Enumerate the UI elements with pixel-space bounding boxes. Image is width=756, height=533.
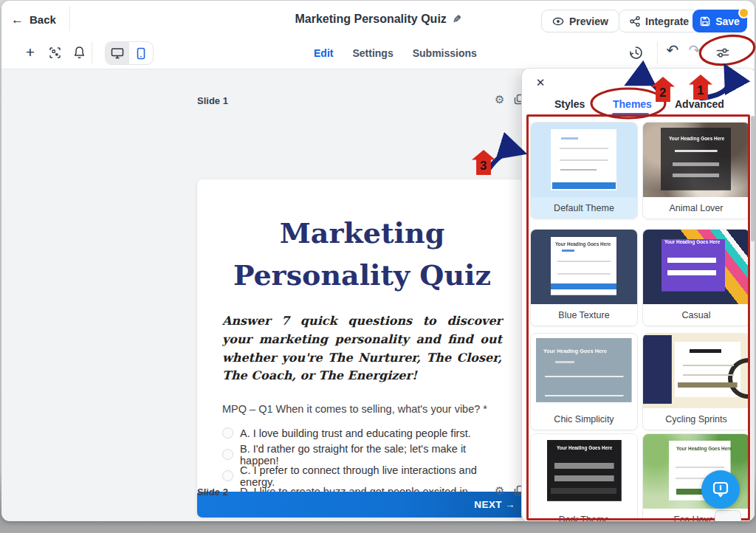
undo-icon[interactable]: ↶ [663,41,682,60]
thumb-heading: Your Heading Goes Here [664,239,720,244]
slide2-settings-gear-icon[interactable]: ⚙ [495,485,504,496]
quiz-title-line2: Personality Quiz [197,254,527,296]
theme-card-chic-simplicity[interactable]: Your Heading Goes Here Chic Simplicity [530,333,638,430]
revision-history-icon[interactable] [626,43,645,62]
thumb-heading: Your Heading Goes Here [669,136,724,140]
theme-thumb-blue-texture: Your Heading Goes Here [531,230,637,304]
theme-thumb-animal-lover: Your Heading Goes Here [643,123,749,197]
slide2-label: Slide 2 [197,486,228,498]
edit-title-pencil-icon[interactable]: ✎ [453,13,461,25]
save-notification-dot [738,7,749,18]
panel-tab-advanced[interactable]: Advanced [675,98,724,110]
theme-thumb-chic-simplicity: Your Heading Goes Here [531,334,637,408]
slide1-settings-gear-icon[interactable]: ⚙ [495,94,504,105]
add-element-button[interactable]: + [21,43,40,62]
save-button[interactable]: Save [693,10,747,32]
back-arrow-icon: ← [11,13,24,26]
form-title-text: Marketing Personality Quiz [295,13,446,26]
toolbar-divider-right [657,41,658,63]
thumb-heading: Your Heading Goes Here [676,446,732,450]
desktop-view-toggle[interactable] [106,42,129,64]
mobile-icon [137,47,145,60]
builder-tabs: Edit Settings Submissions [314,37,477,69]
option-label-a: A. I love building trust and educating p… [240,427,471,439]
close-panel-icon[interactable]: ✕ [533,75,548,90]
redo-icon[interactable]: ↷ [685,41,704,60]
next-label: NEXT → [474,499,515,510]
thumb-heading: Your Heading Goes Here [555,241,611,246]
panel-scrollbar[interactable] [751,116,755,519]
preview-label: Preview [569,16,608,27]
theme-card-cycling-sprints[interactable]: Cycling Sprints [642,333,750,430]
panel-scrollbar-thumb[interactable] [751,116,755,241]
quiz-title-line1: Marketing [197,212,527,254]
theme-label: Animal Lover [643,197,749,219]
share-nodes-icon [630,16,640,27]
integrate-label: Integrate [645,16,689,27]
tab-submissions[interactable]: Submissions [413,47,477,59]
desktop-icon [111,47,124,59]
tab-edit[interactable]: Edit [314,47,333,59]
theme-card-default[interactable]: Default Theme [530,122,638,219]
header-bar: ← Back Marketing Personality Quiz ✎ Prev… [1,1,755,38]
quiz-subtitle: Answer 7 quick questions to discover you… [222,312,502,385]
theme-label: Chic Simplicity [531,408,637,430]
panel-tab-themes[interactable]: Themes [613,98,652,110]
chat-bubble-icon [711,480,730,499]
theme-label: Default Theme [531,197,637,219]
header-divider [69,7,70,31]
option-row-a[interactable]: A. I love building trust and educating p… [222,422,502,444]
option-row-b[interactable]: B. I'd rather go straight for the sale; … [222,444,502,465]
design-panel: ✕ Styles Themes Advanced Default Theme Y… [522,69,755,521]
save-floppy-icon [700,16,710,27]
slide1-card[interactable]: Marketing Personality Quiz Answer 7 quic… [197,179,527,517]
option-row-c[interactable]: C. I prefer to connect through live inte… [222,465,502,486]
theme-label: Blue Texture [531,304,637,326]
theme-thumb-cycling-sprints [643,334,749,408]
radio-a[interactable] [222,427,233,439]
device-preview-toggle [105,41,154,65]
theme-thumb-dark-theme: Your Heading Goes Here [531,434,637,509]
theme-card-blue-texture[interactable]: Your Heading Goes Here Blue Texture [530,229,638,326]
radio-c[interactable] [222,470,233,481]
toolbar-divider [92,41,92,63]
option-label-b: B. I'd rather go straight for the sale; … [240,443,502,467]
quiz-question: MPQ – Q1 When it comes to selling, what'… [222,403,502,415]
mobile-view-toggle[interactable] [129,42,153,64]
hidden-widget-stub [715,510,741,521]
next-button[interactable]: NEXT → [197,492,527,517]
support-chat-button[interactable] [701,470,740,509]
theme-label: Casual [643,304,749,326]
eye-icon [552,17,564,26]
toolbar: + [1,37,755,69]
theme-card-animal-lover[interactable]: Your Heading Goes Here Animal Lover [642,122,750,219]
back-label: Back [30,13,56,26]
theme-thumb-casual: Your Heading Goes Here [643,230,749,304]
option-label-c: C. I prefer to connect through live inte… [240,464,502,488]
theme-card-dark-theme[interactable]: Your Heading Goes Here Dark Theme [530,433,638,521]
preview-button[interactable]: Preview [541,10,619,32]
tab-settings[interactable]: Settings [352,47,393,59]
theme-card-casual[interactable]: Your Heading Goes Here Casual [642,229,750,326]
theme-thumb-default [531,123,637,197]
thumb-heading: Your Heading Goes Here [557,445,612,450]
radio-b[interactable] [222,449,233,460]
theme-label: Dark Theme [531,509,637,521]
theme-label: Cycling Sprints [643,408,749,430]
themes-tab-underline [612,113,649,115]
quiz-title: Marketing Personality Quiz [197,212,527,296]
app-window: ← Back Marketing Personality Quiz ✎ Prev… [1,1,755,521]
notifications-bell-icon[interactable] [69,43,89,62]
back-button[interactable]: ← Back [11,9,56,30]
app-screenshot: ← Back Marketing Personality Quiz ✎ Prev… [0,0,756,533]
integrate-button[interactable]: Integrate [619,10,700,32]
form-designer-sliders-icon[interactable] [713,43,732,62]
slide1-label: Slide 1 [197,95,228,106]
panel-tab-styles[interactable]: Styles [554,98,585,110]
save-label: Save [715,16,740,27]
thumb-heading: Your Heading Goes Here [543,348,607,354]
form-flow-icon[interactable] [45,43,64,62]
